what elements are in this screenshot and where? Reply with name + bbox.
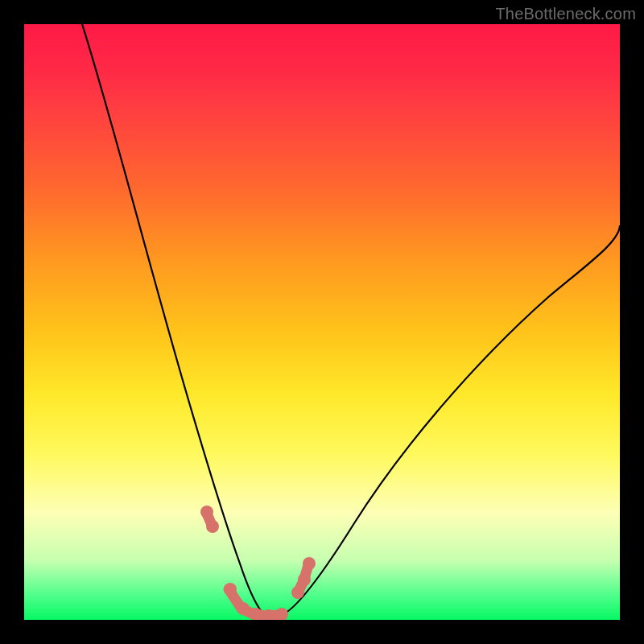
plot-area bbox=[24, 24, 620, 620]
highlight-segment bbox=[207, 514, 308, 616]
highlight-dot bbox=[237, 602, 250, 615]
bottleneck-curve bbox=[82, 24, 620, 616]
highlight-dot bbox=[224, 583, 237, 596]
highlight-dot bbox=[200, 506, 213, 518]
highlight-dot bbox=[303, 557, 316, 570]
highlight-dot bbox=[298, 573, 311, 586]
highlight-dot bbox=[206, 520, 219, 533]
highlight-dot bbox=[275, 608, 288, 620]
curve-layer bbox=[24, 24, 620, 620]
chart-frame: TheBottleneck.com bbox=[0, 0, 644, 644]
watermark-text: TheBottleneck.com bbox=[495, 5, 636, 23]
highlight-dot bbox=[291, 586, 304, 599]
